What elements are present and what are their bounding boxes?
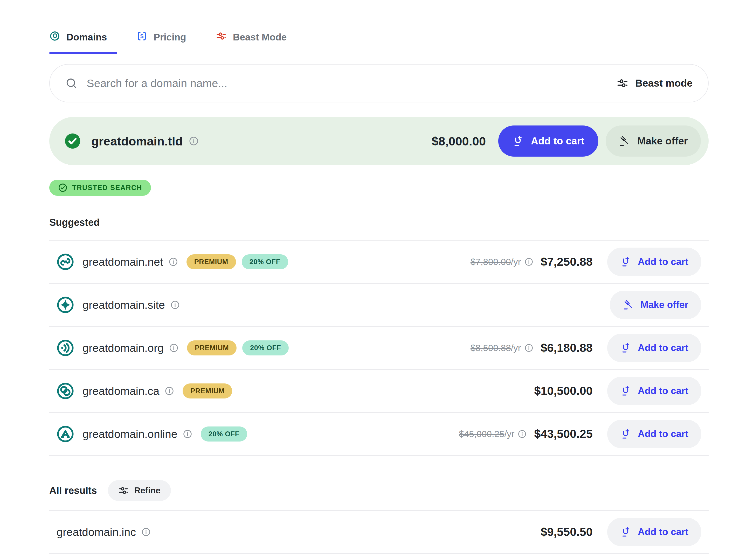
info-icon[interactable] bbox=[141, 527, 151, 537]
cart-plus-icon bbox=[620, 428, 632, 440]
domain-name: greatdomain.net bbox=[82, 256, 163, 268]
premium-badge: PREMIUM bbox=[187, 340, 236, 355]
current-price: $7,250.88 bbox=[541, 255, 593, 269]
domain-name: greatdomain.org bbox=[82, 342, 164, 354]
info-icon[interactable] bbox=[170, 300, 180, 310]
badges: PREMIUM bbox=[183, 383, 232, 399]
make-offer-label: Make offer bbox=[637, 135, 688, 147]
domain-search-page: Domains $ Pricing Beast Mode bbox=[0, 0, 747, 560]
tab-domains-label: Domains bbox=[67, 32, 107, 43]
beast-mode-label: Beast mode bbox=[635, 78, 693, 89]
suggested-section-title: Suggested bbox=[49, 217, 709, 228]
domain-name: greatdomain.site bbox=[82, 299, 165, 311]
add-to-cart-button[interactable]: Add to cart bbox=[607, 334, 701, 362]
result-row-net: greatdomain.net PREMIUM 20% OFF $7,800.0… bbox=[49, 240, 709, 283]
current-price: $10,500.00 bbox=[534, 384, 592, 398]
suggested-results-list: greatdomain.net PREMIUM 20% OFF $7,800.0… bbox=[49, 240, 709, 456]
info-icon[interactable] bbox=[524, 257, 534, 267]
refine-label: Refine bbox=[134, 486, 160, 496]
badges: PREMIUM 20% OFF bbox=[187, 340, 289, 355]
gavel-icon bbox=[619, 135, 630, 147]
add-to-cart-button[interactable]: Add to cart bbox=[607, 420, 701, 448]
old-price: $45,000.25/yr bbox=[459, 429, 514, 439]
all-results-title: All results bbox=[49, 485, 97, 496]
info-icon[interactable] bbox=[168, 257, 178, 267]
cart-plus-icon bbox=[620, 385, 632, 397]
cart-plus-icon bbox=[512, 135, 524, 147]
add-to-cart-label: Add to cart bbox=[638, 257, 688, 267]
tab-domains[interactable]: Domains bbox=[49, 31, 117, 54]
discount-badge: 20% OFF bbox=[242, 254, 288, 269]
premium-badge: PREMIUM bbox=[186, 254, 236, 269]
exact-match-price: $8,000.00 bbox=[432, 134, 486, 148]
gavel-icon bbox=[623, 299, 634, 311]
exact-match-row: greatdomain.tld $8,000.00 Add to cart Ma… bbox=[49, 117, 709, 165]
add-to-cart-label: Add to cart bbox=[638, 429, 688, 439]
search-input[interactable] bbox=[87, 77, 617, 90]
result-row-ca: greatdomain.ca PREMIUM $10,500.00 Add to… bbox=[49, 369, 709, 412]
add-to-cart-label: Add to cart bbox=[638, 527, 688, 537]
filter-sliders-icon bbox=[118, 485, 129, 496]
current-price: $6,180.88 bbox=[541, 341, 593, 355]
discount-badge: 20% OFF bbox=[242, 340, 289, 355]
old-price-suffix: /yr bbox=[511, 343, 521, 353]
available-check-icon bbox=[64, 133, 81, 149]
tab-bar: Domains $ Pricing Beast Mode bbox=[49, 0, 709, 54]
svg-text:$: $ bbox=[140, 33, 144, 39]
sliders-icon bbox=[617, 77, 628, 89]
discount-badge: 20% OFF bbox=[201, 426, 247, 442]
add-to-cart-label: Add to cart bbox=[638, 343, 688, 353]
make-offer-label: Make offer bbox=[640, 299, 688, 310]
cart-plus-icon bbox=[620, 342, 632, 354]
info-icon[interactable] bbox=[164, 386, 174, 396]
info-icon[interactable] bbox=[524, 343, 534, 353]
old-price-suffix: /yr bbox=[505, 429, 515, 439]
old-price-value: $45,000.25 bbox=[459, 429, 504, 439]
refine-button[interactable]: Refine bbox=[108, 480, 171, 501]
cart-plus-icon bbox=[620, 526, 632, 538]
info-icon[interactable] bbox=[183, 429, 192, 439]
ca-tld-icon bbox=[56, 382, 74, 400]
info-icon[interactable] bbox=[169, 343, 179, 353]
site-tld-icon bbox=[56, 296, 74, 314]
tab-beast-mode-label: Beast Mode bbox=[233, 32, 287, 43]
org-tld-icon bbox=[56, 339, 74, 357]
add-to-cart-label: Add to cart bbox=[531, 135, 584, 147]
old-price: $8,500.88/yr bbox=[470, 343, 521, 353]
add-to-cart-button[interactable]: Add to cart bbox=[607, 247, 701, 276]
online-tld-icon bbox=[56, 425, 74, 443]
search-icon bbox=[66, 77, 77, 89]
target-icon bbox=[49, 31, 60, 44]
check-circle-icon bbox=[58, 183, 68, 192]
sliders-icon bbox=[216, 31, 227, 44]
info-icon[interactable] bbox=[188, 136, 199, 146]
net-tld-icon bbox=[56, 253, 74, 271]
exact-match-domain: greatdomain.tld bbox=[91, 134, 183, 148]
add-to-cart-button[interactable]: Add to cart bbox=[498, 126, 598, 157]
tab-beast-mode[interactable]: Beast Mode bbox=[216, 31, 297, 54]
old-price: $7,800.00/yr bbox=[470, 257, 521, 267]
premium-badge: PREMIUM bbox=[183, 383, 232, 399]
beast-mode-toggle[interactable]: Beast mode bbox=[617, 77, 693, 89]
add-to-cart-button[interactable]: Add to cart bbox=[607, 518, 701, 546]
old-price-value: $7,800.00 bbox=[470, 257, 511, 267]
all-results-header: All results Refine bbox=[49, 480, 709, 501]
domain-name: greatdomain.inc bbox=[56, 526, 136, 538]
make-offer-button[interactable]: Make offer bbox=[606, 126, 701, 157]
current-price: $43,500.25 bbox=[534, 427, 592, 441]
result-row-online: greatdomain.online 20% OFF $45,000.25/yr… bbox=[49, 412, 709, 455]
tab-pricing-label: Pricing bbox=[154, 32, 186, 43]
current-price: $9,550.50 bbox=[541, 525, 593, 539]
make-offer-button[interactable]: Make offer bbox=[610, 291, 701, 319]
info-icon[interactable] bbox=[517, 429, 527, 439]
result-row-site: greatdomain.site Make offer bbox=[49, 283, 709, 326]
price-tag-icon: $ bbox=[136, 31, 147, 44]
old-price-value: $8,500.88 bbox=[470, 343, 511, 353]
tab-pricing[interactable]: $ Pricing bbox=[136, 31, 196, 54]
all-results-list: greatdomain.inc $9,550.50 Add to cart bbox=[49, 510, 709, 554]
add-to-cart-button[interactable]: Add to cart bbox=[607, 377, 701, 405]
domain-name: greatdomain.online bbox=[82, 428, 177, 441]
badges: 20% OFF bbox=[201, 426, 247, 442]
domain-name: greatdomain.ca bbox=[82, 385, 159, 397]
old-price-suffix: /yr bbox=[511, 257, 521, 267]
